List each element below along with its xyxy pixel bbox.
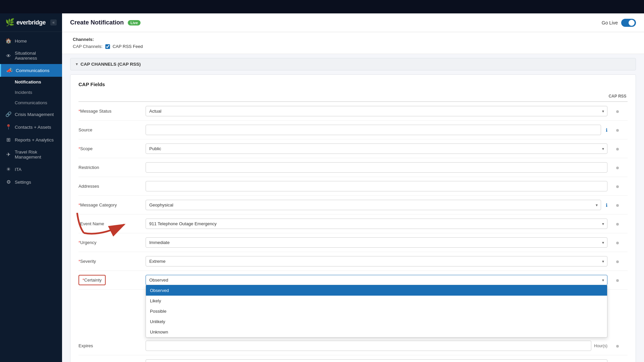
- message-status-select[interactable]: Actual Exercise System Test Draft: [146, 106, 607, 116]
- certainty-select[interactable]: Observed Likely Possible Unlikely Unknow…: [146, 275, 607, 285]
- sidebar-logo: 🌿 everbridge «: [0, 13, 62, 32]
- field-row-source: Source ℹ: [78, 121, 628, 139]
- severity-select[interactable]: Extreme Severe Moderate Minor Unknown: [146, 256, 607, 266]
- expires-input[interactable]: [146, 341, 591, 351]
- cap-section-header[interactable]: ▾ CAP CHANNELS (CAP RSS): [70, 58, 636, 70]
- sidebar-item-situational-awareness[interactable]: 👁 Situational Awareness: [0, 47, 62, 64]
- sidebar-item-incidents-label: Incidents: [15, 90, 32, 95]
- field-label-message-status: *Message Status: [78, 109, 146, 114]
- cap-rss-dot-expires: [616, 345, 619, 348]
- field-row-event-name: *Event Name 911 Telephone Outage Emergen…: [78, 215, 628, 233]
- field-label-severity: *Severity: [78, 259, 146, 264]
- fields-header-row: CAP RSS: [78, 94, 628, 102]
- sidebar-item-comm-label: Communications: [16, 68, 50, 73]
- urgency-select[interactable]: Immediate Expected Future Past Unknown: [146, 237, 607, 248]
- field-row-message-status: *Message Status Actual Exercise System T…: [78, 102, 628, 121]
- sidebar-item-reports-label: Reports + Analytics: [15, 137, 54, 142]
- certainty-option-possible[interactable]: Possible: [146, 306, 607, 316]
- sidebar-item-crisis-label: Crisis Management: [15, 112, 54, 117]
- sidebar-item-notifications[interactable]: Notifications: [0, 77, 62, 87]
- cap-rss-dot-source: [616, 129, 619, 132]
- certainty-option-observed[interactable]: Observed: [146, 285, 607, 296]
- field-label-message-category: *Message Category: [78, 202, 146, 207]
- field-label-urgency: *Urgency: [78, 240, 146, 245]
- sidebar-item-notifications-label: Notifications: [15, 79, 41, 84]
- collapse-button[interactable]: «: [50, 19, 57, 25]
- channels-bar: Channels: CAP Channels: CAP RSS Feed: [62, 32, 644, 54]
- field-row-message-category: *Message Category Geophysical Met Safety…: [78, 196, 628, 215]
- field-row-addresses: Addresses: [78, 177, 628, 196]
- sidebar-item-reports-analytics[interactable]: ⊞ Reports + Analytics: [0, 133, 62, 146]
- cap-section-title: CAP CHANNELS (CAP RSS): [80, 62, 141, 67]
- sidebar-item-crisis-management[interactable]: 🔗 Crisis Management: [0, 108, 62, 121]
- cap-rss-checkbox[interactable]: [105, 44, 110, 49]
- certainty-option-likely[interactable]: Likely: [146, 296, 607, 306]
- certainty-dropdown-list: Observed Likely Possible Unlikely Unknow…: [146, 285, 607, 338]
- sidebar: 🌿 everbridge « 🏠 Home 👁 Situational Awar…: [0, 13, 62, 362]
- sidebar-item-travel-label: Travel Risk Management: [15, 149, 57, 160]
- channels-label: Channels:: [73, 37, 633, 42]
- logo-icon: 🌿: [5, 18, 14, 27]
- source-input[interactable]: [146, 125, 601, 135]
- certainty-option-unknown[interactable]: Unknown: [146, 327, 607, 337]
- sidebar-item-contacts-assets[interactable]: 📍 Contacts + Assets: [0, 121, 62, 133]
- main-content: Create Notification Live Go Live Channel…: [62, 13, 644, 362]
- field-input-addresses: [146, 181, 607, 191]
- cap-rss-dot-event-name: [616, 223, 619, 226]
- restriction-input[interactable]: [146, 162, 607, 173]
- chevron-down-icon: ▾: [76, 62, 78, 66]
- field-input-scope: Public Restricted Private: [146, 143, 607, 154]
- megaphone-icon: 📣: [6, 67, 12, 73]
- cap-rss-dot-scope: [616, 148, 619, 150]
- field-label-scope: *Scope: [78, 146, 146, 151]
- gear-icon: ⚙: [5, 179, 11, 185]
- live-badge: Live: [128, 20, 141, 25]
- sidebar-item-settings[interactable]: ⚙ Settings: [0, 176, 62, 188]
- event-name-select[interactable]: 911 Telephone Outage Emergency Avalanche…: [146, 219, 607, 229]
- sidebar-item-travel-risk[interactable]: ✈ Travel Risk Management: [0, 146, 62, 163]
- sidebar-item-sa-label: Situational Awareness: [15, 51, 57, 61]
- sidebar-item-communications[interactable]: 📣 Communications: [0, 64, 62, 77]
- cap-rss-dot-certainty: [616, 279, 619, 282]
- field-row-scope: *Scope Public Restricted Private: [78, 139, 628, 158]
- message-category-select[interactable]: Geophysical Met Safety Security Rescue F…: [146, 200, 601, 210]
- sidebar-item-incidents[interactable]: Incidents: [0, 87, 62, 98]
- cap-rss-dot-restriction: [616, 167, 619, 169]
- cap-rss-dot-addresses: [616, 185, 619, 188]
- cap-rss-dot-message-category: [616, 204, 619, 207]
- grid-icon: ⊞: [5, 137, 11, 143]
- sidebar-item-communications-sub-label: Communications: [15, 100, 47, 105]
- sidebar-item-contacts-label: Contacts + Assets: [15, 125, 51, 130]
- sidebar-item-communications-sub[interactable]: Communications: [0, 98, 62, 108]
- field-label-addresses: Addresses: [78, 184, 146, 189]
- top-bar: [0, 0, 644, 13]
- field-row-sender-agency: Sender Agency Name: [78, 355, 628, 362]
- field-label-certainty: *Certainty: [78, 278, 146, 283]
- cap-rss-column-header: CAP RSS: [607, 94, 628, 99]
- expires-hours-label: Hour(s): [594, 344, 607, 348]
- cap-rss-dot-urgency: [616, 242, 619, 244]
- ita-icon: ✳: [5, 166, 11, 172]
- cap-rss-dot-severity: [616, 260, 619, 263]
- go-live-label: Go Live: [602, 20, 618, 25]
- page-header: Create Notification Live Go Live: [62, 13, 644, 32]
- form-scroll-area[interactable]: Channels: CAP Channels: CAP RSS Feed ▾ C…: [62, 32, 644, 362]
- field-input-sender-agency: [146, 359, 607, 362]
- page-title: Create Notification: [70, 19, 124, 26]
- certainty-option-unlikely[interactable]: Unlikely: [146, 316, 607, 327]
- cap-fields-title: CAP Fields: [78, 81, 628, 87]
- cap-channels-label: CAP Channels:: [73, 44, 103, 49]
- scope-select[interactable]: Public Restricted Private: [146, 143, 607, 154]
- sender-agency-select[interactable]: [146, 359, 607, 362]
- go-live-toggle[interactable]: [621, 19, 636, 27]
- field-label-restriction: Restriction: [78, 165, 146, 170]
- pin-icon: 📍: [5, 124, 11, 130]
- addresses-input[interactable]: [146, 181, 607, 191]
- field-input-restriction: [146, 162, 607, 173]
- field-input-severity: Extreme Severe Moderate Minor Unknown: [146, 256, 607, 266]
- sidebar-item-ita[interactable]: ✳ ITA: [0, 163, 62, 176]
- sidebar-item-home[interactable]: 🏠 Home: [0, 35, 62, 47]
- field-label-event-name: *Event Name: [78, 221, 146, 226]
- cap-channels-row: CAP Channels: CAP RSS Feed: [73, 44, 633, 49]
- field-row-restriction: Restriction: [78, 158, 628, 177]
